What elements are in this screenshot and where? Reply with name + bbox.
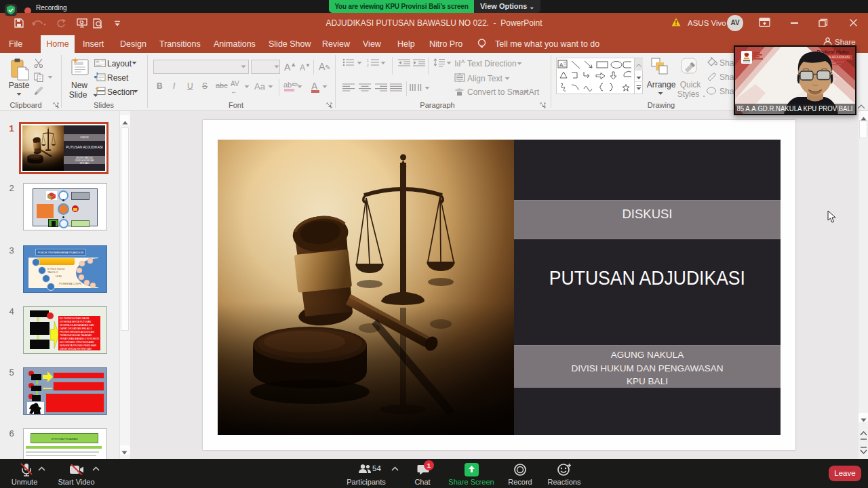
svg-text:1: 1 bbox=[367, 58, 369, 62]
svg-text:A: A bbox=[461, 58, 465, 64]
svg-text:85 A.A.GD.R.NAKULA KPU PROV BA: 85 A.A.GD.R.NAKULA KPU PROV BALI bbox=[737, 104, 853, 113]
svg-text:2: 2 bbox=[367, 63, 369, 67]
